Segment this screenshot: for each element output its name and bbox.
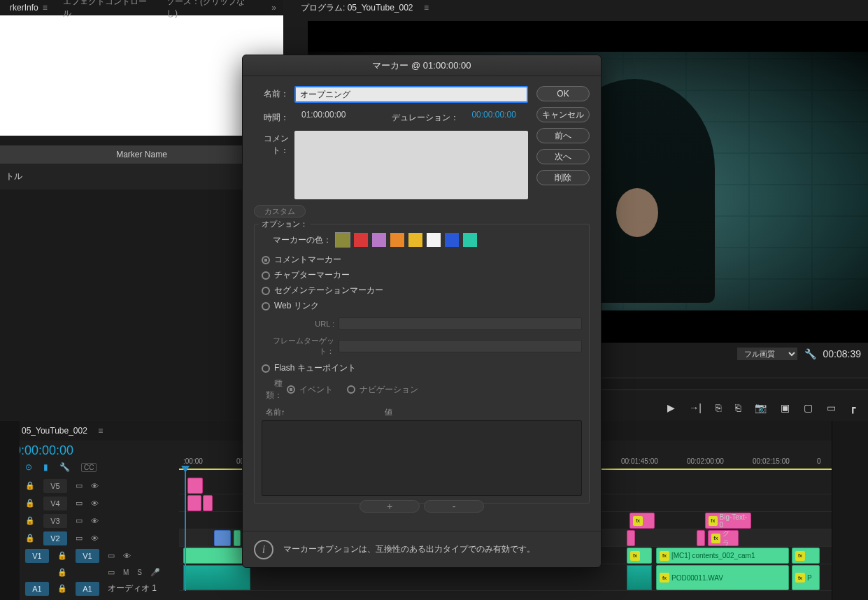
cinema-icon[interactable]: ┏ xyxy=(850,402,855,413)
duration-text: 00:08:39 xyxy=(823,348,862,359)
settings-icon[interactable]: 🔧 xyxy=(804,348,816,359)
radio-flash-cue[interactable]: Flash キューポイント xyxy=(262,362,582,374)
radio-chapter-marker[interactable]: チャプターマーカー xyxy=(262,269,582,281)
ok-button[interactable]: OK xyxy=(536,86,590,101)
step-fwd-icon[interactable]: →| xyxy=(689,402,702,413)
lock-icon[interactable]: 🔒 xyxy=(25,499,35,508)
clip[interactable] xyxy=(183,548,250,564)
clip[interactable]: fx xyxy=(627,548,652,564)
source-v1[interactable]: V1 xyxy=(25,549,49,563)
tab-source[interactable]: ソース：(クリップなし) xyxy=(162,0,256,21)
settings-icon[interactable]: 🔧 xyxy=(59,462,70,472)
fullscreen-icon[interactable]: ▭ xyxy=(827,402,836,413)
radio-comment-marker[interactable]: コメントマーカー xyxy=(262,254,582,266)
tab-markerinfo[interactable]: rkerInfo ≡ xyxy=(6,1,52,14)
sync-lock-icon[interactable]: ▭ xyxy=(76,481,83,490)
tab-fx-controls[interactable]: エフェクトコントロール xyxy=(59,0,155,21)
audio-clip[interactable] xyxy=(183,565,250,590)
export-frame-icon[interactable]: 📷 xyxy=(755,402,767,413)
value-col-label: 値 xyxy=(385,407,392,417)
cue-params-list[interactable] xyxy=(262,420,582,496)
clip[interactable] xyxy=(627,530,635,546)
radio-event[interactable] xyxy=(287,385,295,394)
lock-icon[interactable]: 🔒 xyxy=(25,516,35,525)
comment-input[interactable] xyxy=(294,131,528,199)
extract-icon[interactable]: ⎗ xyxy=(735,402,741,413)
color-swatch[interactable] xyxy=(354,233,368,247)
compare-icon[interactable]: ▣ xyxy=(781,402,790,413)
clip[interactable] xyxy=(187,478,203,494)
track-target-v1[interactable]: V1 xyxy=(76,549,99,563)
clip[interactable] xyxy=(234,530,241,546)
next-button[interactable]: 次へ xyxy=(536,149,590,164)
marker-row[interactable]: トル xyxy=(0,164,283,190)
markers-panel: Marker Name トル xyxy=(0,145,283,190)
frame-target-input[interactable] xyxy=(339,340,582,352)
program-tab[interactable]: プログラム: 05_YouTube_002 ≡ xyxy=(297,1,433,15)
marker-color-swatch xyxy=(0,15,283,136)
linked-sel-icon[interactable]: ⊙ xyxy=(25,462,32,472)
safe-margin-icon[interactable]: ▢ xyxy=(804,402,813,413)
remove-param-button[interactable]: - xyxy=(424,500,484,513)
program-tab-bar: プログラム: 05_YouTube_002 ≡ xyxy=(291,0,868,15)
color-swatch[interactable] xyxy=(372,233,386,247)
radio-navigation[interactable] xyxy=(347,385,355,394)
duration-value[interactable]: 00:00:00:00 xyxy=(471,110,515,120)
add-param-button[interactable]: + xyxy=(360,500,420,513)
clip[interactable]: fx xyxy=(629,513,655,529)
color-swatch[interactable] xyxy=(427,233,441,247)
audio-clip[interactable]: fxPOD00011.WAV xyxy=(656,565,789,590)
radio-segmentation-marker[interactable]: セグメンテーションマーカー xyxy=(262,285,582,297)
markers-header: Marker Name xyxy=(0,145,283,164)
clip[interactable] xyxy=(187,495,201,511)
clip[interactable]: fx[MC1] contents_002_cam1 xyxy=(656,548,789,564)
audio-clip[interactable]: fxP xyxy=(792,565,820,590)
clip[interactable]: fxBig-Text-0 xyxy=(705,513,751,529)
track-target-v4[interactable]: V4 xyxy=(43,497,67,510)
clip[interactable] xyxy=(697,530,705,546)
menu-icon[interactable]: ≡ xyxy=(424,3,429,13)
clip[interactable]: fx xyxy=(792,548,820,564)
lift-icon[interactable]: ⎘ xyxy=(716,402,721,413)
color-swatch[interactable] xyxy=(336,233,350,247)
clip[interactable]: fxグラ xyxy=(708,530,739,546)
lock-icon[interactable]: 🔒 xyxy=(25,481,35,490)
name-label: 名前： xyxy=(254,86,289,100)
voice-icon[interactable]: 🎤 xyxy=(150,568,160,577)
cancel-button[interactable]: キャンセル xyxy=(536,107,590,122)
audio-track-label: オーディオ 1 xyxy=(108,583,157,594)
custom-chip[interactable]: カスタム xyxy=(254,205,306,217)
color-swatch[interactable] xyxy=(390,233,404,247)
url-input[interactable] xyxy=(339,317,582,330)
track-target-v3[interactable]: V3 xyxy=(43,514,67,528)
radio-web-link[interactable]: Web リンク xyxy=(262,300,582,312)
menu-icon[interactable]: ≡ xyxy=(43,3,48,13)
cc-icon[interactable]: CC xyxy=(81,463,97,472)
quality-select[interactable]: フル画質 xyxy=(737,348,797,360)
clip[interactable] xyxy=(203,495,213,511)
track-target-a1[interactable]: A1 xyxy=(76,582,99,596)
color-swatch[interactable] xyxy=(463,233,477,247)
marker-icon[interactable]: ▮ xyxy=(43,462,48,472)
delete-button[interactable]: 削除 xyxy=(536,170,590,185)
color-swatch[interactable] xyxy=(408,233,422,247)
playhead[interactable] xyxy=(185,470,186,591)
options-label: オプション： xyxy=(259,219,311,229)
overflow-icon[interactable]: » xyxy=(270,1,278,14)
clip[interactable] xyxy=(214,530,231,546)
name-col-label: 名前↑ xyxy=(266,407,385,417)
track-target-v2[interactable]: V2 xyxy=(43,531,67,545)
lock-icon[interactable]: 🔒 xyxy=(25,534,35,543)
eye-icon[interactable]: 👁 xyxy=(91,482,99,490)
source-a1[interactable]: A1 xyxy=(25,582,49,596)
track-target-v5[interactable]: V5 xyxy=(43,479,67,493)
time-value[interactable]: 01:00:00:00 xyxy=(301,110,346,120)
name-input[interactable] xyxy=(294,86,528,103)
play-icon[interactable]: ▶ xyxy=(667,402,675,413)
time-label: 時間： xyxy=(254,110,289,124)
prev-button[interactable]: 前へ xyxy=(536,128,590,143)
audio-clip[interactable] xyxy=(627,565,652,590)
color-swatch[interactable] xyxy=(445,233,459,247)
left-tab-bar: rkerInfo ≡ エフェクトコントロール ソース：(クリップなし) » xyxy=(0,0,283,15)
sequence-tab[interactable]: 05_YouTube_002 ≡ xyxy=(17,424,107,437)
